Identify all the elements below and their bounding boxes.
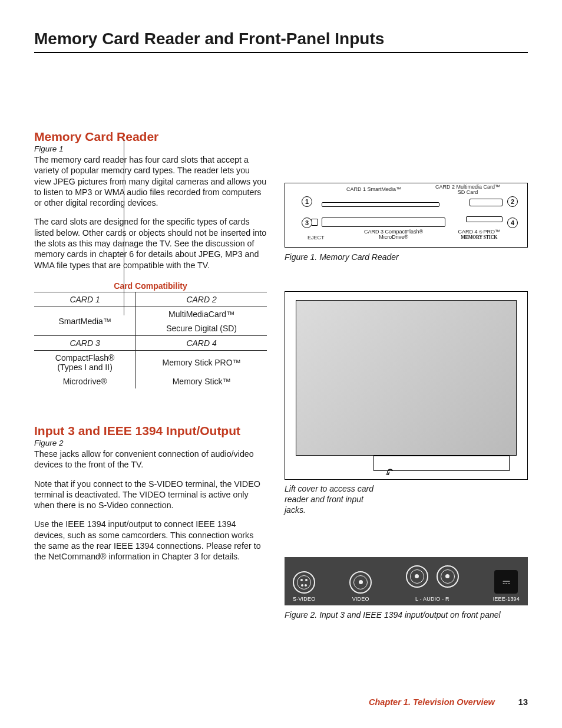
input3-paragraph-1: These jacks allow for convenient connect…	[34, 449, 267, 470]
figure-1-label: Figure 1	[34, 144, 267, 153]
footer-page-number: 13	[518, 697, 528, 707]
video-jack: VIDEO	[349, 571, 372, 602]
page-title: Memory Card Reader and Front-Panel Input…	[34, 29, 528, 48]
compat-card4-value-a: Memory Stick PRO™	[136, 350, 267, 374]
section-input3-heading: Input 3 and IEEE 1394 Input/Output	[34, 424, 267, 438]
ieee1394-jack: ⎓ IEEE-1394	[493, 570, 520, 602]
rca-icon	[406, 565, 428, 588]
slot-number-1: 1	[302, 196, 312, 207]
compat-card3-value-a: CompactFlash® (Types I and II)	[34, 350, 136, 374]
footer-chapter: Chapter 1. Television Overview	[369, 697, 495, 707]
compat-card2-value-a: MultiMediaCard™	[136, 307, 267, 321]
tv-illustration: ↶ Lift cover to access card reader and f…	[285, 291, 528, 516]
section-memory-heading: Memory Card Reader	[34, 130, 267, 144]
figure-2-label: Figure 2	[34, 439, 267, 447]
audio-label: L - AUDIO - R	[415, 596, 449, 602]
figure-1-caption: Figure 1. Memory Card Reader	[285, 252, 528, 262]
input3-paragraph-2: Note that if you connect to the S-VIDEO …	[34, 479, 267, 511]
slot-label-3b: MicroDrive®	[379, 234, 408, 240]
ieee1394-label: IEEE-1394	[493, 596, 520, 602]
compat-head-card3: CARD 3	[34, 335, 136, 350]
slot-label-1: CARD 1 SmartMedia™	[346, 187, 401, 192]
rca-icon	[437, 565, 459, 588]
compat-table: CARD 1 CARD 2 SmartMedia™ MultiMediaCard…	[34, 292, 267, 388]
compat-card3-value-b: Microdrive®	[34, 374, 136, 388]
ieee1394-icon: ⎓	[494, 570, 518, 594]
slot-label-2b: SD Card	[458, 189, 478, 195]
page-footer: Chapter 1. Television Overview 13	[34, 697, 528, 707]
compat-head-card1: CARD 1	[34, 292, 136, 307]
memory-paragraph-2: The card slots are designed for the spec…	[34, 216, 267, 270]
compat-head-card4: CARD 4	[136, 335, 267, 350]
card-reader-diagram: 1 2 3 4 CARD 1 SmartMedia™ CARD 2 Multim…	[285, 183, 528, 248]
slot-number-2: 2	[507, 196, 518, 207]
input3-paragraph-3: Use the IEEE 1394 input/output to connec…	[34, 519, 267, 562]
compat-card4-value-b: Memory Stick™	[136, 374, 267, 388]
svideo-label: S-VIDEO	[293, 596, 315, 602]
figure-2-caption: Figure 2. Input 3 and IEEE 1394 input/ou…	[285, 610, 528, 620]
video-label: VIDEO	[352, 596, 369, 602]
slot-label-4a: CARD 4	[458, 229, 477, 235]
eject-label: EJECT	[308, 235, 325, 241]
compat-title: Card Compatibility	[34, 281, 267, 291]
memory-paragraph-1: The memory card reader has four card slo…	[34, 154, 267, 208]
slot-number-4: 4	[507, 218, 518, 228]
compat-card2-value-b: Secure Digital (SD)	[136, 321, 267, 336]
rca-icon	[349, 571, 372, 594]
audio-jack-group: L - AUDIO - R	[406, 565, 459, 602]
title-rule	[34, 52, 528, 53]
slot-label-4b: PRO™	[483, 229, 500, 235]
compat-head-card2: CARD 2	[136, 292, 267, 307]
lift-cover-text: Lift cover to access card reader and fro…	[285, 483, 385, 516]
memory-stick-logo: MEMORY STICK	[461, 235, 497, 240]
svideo-jack: S-VIDEO	[293, 571, 315, 602]
front-jack-panel: S-VIDEO VIDEO L - AUDIO - R ⎓ IEEE-1394	[285, 557, 528, 605]
compat-card1-value: SmartMedia™	[34, 307, 136, 335]
slot-number-3: 3	[302, 218, 312, 228]
svideo-icon	[293, 571, 315, 594]
